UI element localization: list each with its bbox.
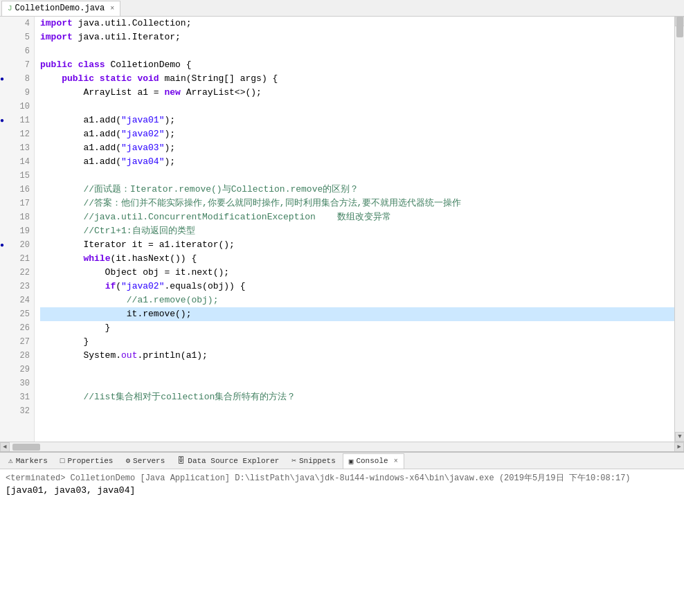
code-line: //答案：他们并不能实际操作,你要么就同时操作,同时利用集合方法,要不就用选代器… [40, 197, 674, 210]
bottom-tab-datasource[interactable]: 🗄Data Source Explorer [172, 453, 285, 469]
code-line: } [40, 321, 674, 335]
bottom-tab-snippets[interactable]: ✂Snippets [286, 453, 341, 469]
code-line [40, 44, 674, 58]
line-marker [0, 100, 10, 114]
line-number: 11 [14, 114, 30, 127]
line-number: 9 [14, 86, 30, 100]
line-marker [0, 280, 10, 293]
tab-close-console[interactable]: × [394, 458, 398, 465]
line-number: 32 [14, 404, 30, 418]
code-line: //面试题：Iterator.remove()与Collection.remov… [40, 183, 674, 197]
line-number: 19 [14, 224, 30, 238]
line-number: 29 [14, 363, 30, 377]
line-number: 4 [14, 17, 30, 30]
line-marker [0, 17, 10, 30]
code-line: while(it.hasNext()) { [40, 252, 674, 266]
code-line [40, 100, 674, 114]
line-marker [0, 58, 10, 72]
line-number: 15 [14, 169, 30, 183]
tab-label-markers: Markers [16, 457, 48, 465]
line-number: 16 [14, 183, 30, 197]
line-number: 26 [14, 321, 30, 335]
tab-icon-markers: ⚠ [8, 456, 13, 465]
horizontal-scrollbar[interactable]: ◄ ► [0, 442, 684, 451]
code-line: //list集合相对于collection集合所特有的方法？ [40, 390, 674, 404]
line-number: 25 [14, 307, 30, 321]
editor-tab-bar: J ColletionDemo.java × [0, 0, 684, 17]
bottom-tab-markers[interactable]: ⚠Markers [3, 453, 53, 469]
line-markers: ●●● [0, 17, 10, 442]
line-marker [0, 404, 10, 418]
scroll-left-arrow[interactable]: ◄ [0, 442, 10, 452]
code-line: public static void main(String[] args) { [40, 72, 674, 86]
vertical-scrollbar[interactable]: ▲ ▼ [674, 17, 684, 442]
line-marker [0, 252, 10, 266]
file-tab[interactable]: J ColletionDemo.java × [1, 1, 120, 16]
code-line [40, 363, 674, 377]
code-line [40, 169, 674, 183]
code-line: a1.add("java02"); [40, 127, 674, 141]
console-area: <terminated> ColletionDemo [Java Applica… [0, 469, 684, 616]
line-marker [0, 293, 10, 307]
line-number: 6 [14, 44, 30, 58]
scroll-h-track[interactable] [10, 442, 674, 452]
tab-filename: ColletionDemo.java [15, 3, 105, 13]
line-number: 30 [14, 377, 30, 390]
line-number: 17 [14, 197, 30, 210]
line-marker [0, 335, 10, 349]
line-number: 12 [14, 127, 30, 141]
code-line: if("java02".equals(obj)) { [40, 280, 674, 293]
tab-icon-snippets: ✂ [291, 456, 296, 465]
line-number: 27 [14, 335, 30, 349]
tab-icon-datasource: 🗄 [177, 456, 185, 465]
line-marker [0, 30, 10, 44]
bottom-panel: ⚠Markers□Properties⚙Servers🗄Data Source … [0, 451, 684, 616]
tab-label-servers: Servers [133, 457, 165, 465]
bottom-tab-console[interactable]: ▣Console× [343, 453, 404, 469]
tab-icon-properties: □ [60, 457, 65, 465]
code-line: //Ctrl+1:自动返回的类型 [40, 224, 674, 238]
tab-label-properties: Properties [67, 457, 113, 465]
code-line [40, 377, 674, 390]
code-line: //a1.remove(obj); [40, 293, 674, 307]
console-terminated-line: <terminated> ColletionDemo [Java Applica… [6, 472, 678, 484]
code-line: a1.add("java01"); [40, 114, 674, 127]
scroll-down-arrow[interactable]: ▼ [675, 432, 684, 442]
line-marker [0, 155, 10, 169]
line-marker [0, 197, 10, 210]
tab-label-snippets: Snippets [299, 457, 336, 465]
code-line: a1.add("java04"); [40, 155, 674, 169]
line-marker [0, 210, 10, 224]
line-marker [0, 44, 10, 58]
code-line: System.out.println(a1); [40, 349, 674, 363]
line-marker [0, 183, 10, 197]
scroll-right-arrow[interactable]: ► [674, 442, 684, 452]
code-area[interactable]: import java.util.Collection;import java.… [35, 17, 674, 442]
line-number: 18 [14, 210, 30, 224]
bottom-tab-properties[interactable]: □Properties [55, 453, 119, 469]
line-number: 8 [14, 72, 30, 86]
line-marker [0, 363, 10, 377]
scroll-h-thumb[interactable] [12, 444, 40, 451]
scroll-thumb[interactable] [676, 17, 683, 37]
line-marker [0, 86, 10, 100]
tab-icon-console: ▣ [349, 457, 354, 466]
code-line: ArrayList a1 = new ArrayList<>(); [40, 86, 674, 100]
line-number: 5 [14, 30, 30, 44]
line-number: 10 [14, 100, 30, 114]
line-marker [0, 349, 10, 363]
line-number: 24 [14, 293, 30, 307]
console-output-line: [java01, java03, java04] [6, 485, 678, 496]
line-marker: ● [0, 114, 10, 127]
tab-icon-servers: ⚙ [125, 456, 130, 465]
line-marker: ● [0, 72, 10, 86]
code-line: Object obj = it.next(); [40, 266, 674, 280]
line-marker [0, 307, 10, 321]
tab-label-datasource: Data Source Explorer [188, 457, 279, 465]
tab-close-button[interactable]: × [110, 5, 114, 12]
bottom-tab-bar: ⚠Markers□Properties⚙Servers🗄Data Source … [0, 451, 684, 469]
line-number: 28 [14, 349, 30, 363]
line-numbers: 4567891011121314151617181920212223242526… [10, 17, 35, 442]
bottom-tab-servers[interactable]: ⚙Servers [120, 453, 170, 469]
line-marker [0, 321, 10, 335]
